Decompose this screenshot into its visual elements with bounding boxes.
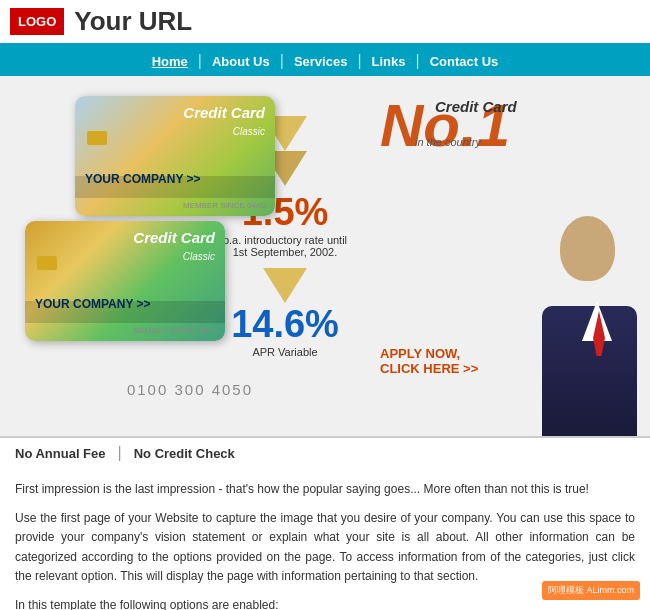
man-head: [560, 216, 615, 281]
logo: LOGO: [10, 8, 64, 36]
man-body: [542, 306, 637, 436]
site-title: Your URL: [74, 6, 192, 37]
apply-line2[interactable]: CLICK HERE >>: [380, 361, 478, 376]
benefits-bar: No Annual Fee | No Credit Check: [0, 436, 650, 468]
hero-left: Credit Card Classic YOUR COMPANY >> MEMB…: [0, 86, 380, 436]
benefit-no-fee: No Annual Fee: [15, 446, 106, 461]
nav-links[interactable]: Links: [362, 54, 416, 69]
card-label-bottom: Credit Card Classic: [133, 229, 215, 264]
apply-line1: APPLY NOW,: [380, 346, 478, 361]
card-chip-top: [87, 131, 107, 145]
hero-right-content: No.1 Credit Card in the country APPLY NO…: [380, 86, 650, 436]
benefit-no-check: No Credit Check: [134, 446, 235, 461]
no1-creditcard: Credit Card: [435, 98, 517, 115]
nav-sep-3: |: [357, 52, 361, 70]
rate-apr-spacer: [220, 268, 350, 303]
nav-contact[interactable]: Contact Us: [420, 54, 509, 69]
intro-paragraph: First impression is the last impression …: [15, 480, 635, 499]
benefit-separator: |: [118, 444, 122, 462]
watermark: 阿哩模板 ALimm.com: [542, 581, 640, 600]
rate-intro-desc: p.a. introductory rate until 1st Septemb…: [220, 234, 350, 258]
navbar: Home | About Us | Services | Links | Con…: [0, 46, 650, 76]
card-strip-top: [75, 176, 275, 198]
main-paragraph: Use the first page of your Website to ca…: [15, 509, 635, 586]
apply-now-button[interactable]: APPLY NOW, CLICK HERE >>: [380, 346, 478, 376]
card-strip-bottom: [25, 301, 225, 323]
nav-sep-1: |: [198, 52, 202, 70]
phone-number: 0100 300 4050: [15, 381, 365, 398]
nav-sep-2: |: [280, 52, 284, 70]
no1-country: in the country: [415, 136, 481, 148]
hero-right: No.1 Credit Card in the country APPLY NO…: [380, 86, 650, 436]
card-label-top: Credit Card Classic: [183, 104, 265, 139]
card-chip-bottom: [37, 256, 57, 270]
hero-section: Credit Card Classic YOUR COMPANY >> MEMB…: [0, 76, 650, 436]
card-member-top: MEMBER SINCE 04/02: [183, 201, 267, 210]
nav-sep-4: |: [416, 52, 420, 70]
nav-about[interactable]: About Us: [202, 54, 280, 69]
rate-apr: 14.6%: [220, 303, 350, 346]
rate-apr-label: APR Variable: [220, 346, 350, 358]
nav-services[interactable]: Services: [284, 54, 358, 69]
credit-card-top: Credit Card Classic YOUR COMPANY >> MEMB…: [75, 96, 275, 216]
credit-card-bottom: Credit Card Classic YOUR COMPANY >> MEMB…: [25, 221, 225, 341]
nav-home[interactable]: Home: [142, 54, 198, 69]
header: LOGO Your URL: [0, 0, 650, 46]
man-figure: [535, 206, 645, 436]
arrow-bottom: [263, 268, 307, 303]
card-member-bottom: MEMBER SINCE 04/02: [133, 326, 217, 335]
